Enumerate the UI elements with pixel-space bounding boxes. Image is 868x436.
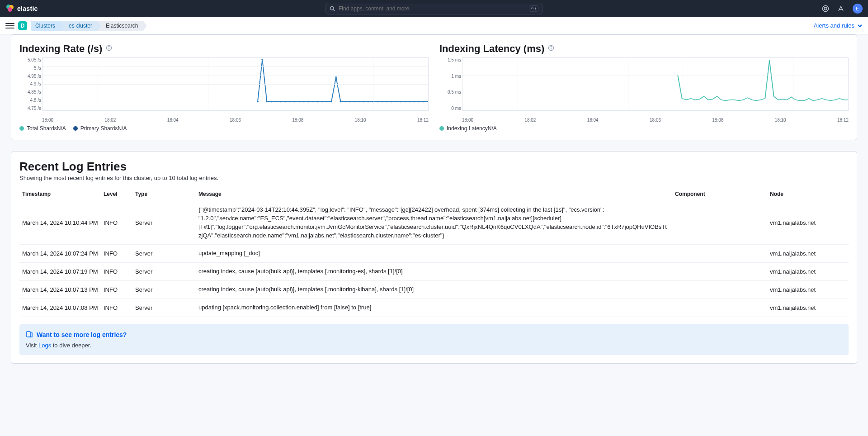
column-header[interactable]: Timestamp [19, 187, 101, 201]
svg-rect-51 [27, 332, 30, 337]
table-cell: updating [xpack.monitoring.collection.en… [196, 299, 672, 317]
info-icon[interactable] [106, 45, 112, 53]
svg-point-3 [330, 7, 334, 10]
table-cell: March 14, 2024 10:10:44 PM [19, 201, 101, 245]
table-cell [672, 201, 767, 245]
table-cell [672, 299, 767, 317]
alerts-and-rules-menu[interactable]: Alerts and rules [814, 22, 863, 29]
global-header: elastic ^ / E [0, 0, 868, 17]
table-row: March 14, 2024 10:07:19 PMINFOServercrea… [19, 263, 849, 281]
more-logs-callout: Want to see more log entries? Visit Logs… [19, 324, 849, 355]
logs-icon [26, 331, 33, 339]
space-initial: D [21, 23, 25, 29]
table-cell: vm1.naijalabs.net [767, 281, 849, 299]
search-shortcut-hint: ^ / [529, 5, 538, 12]
recent-log-entries-panel: Recent Log Entries Showing the most rece… [11, 151, 857, 364]
svg-point-2 [8, 7, 12, 12]
global-search: ^ / [326, 3, 542, 14]
chart-grid [462, 57, 849, 111]
table-cell: {"@timestamp":"2024-03-14T22:10:44.395Z"… [196, 201, 672, 245]
svg-point-9 [109, 46, 109, 47]
column-header[interactable]: Node [767, 187, 849, 201]
table-cell: Server [132, 201, 196, 245]
table-cell: March 14, 2024 10:07:08 PM [19, 299, 101, 317]
chart-y-axis: 5.05 /s5 /s4.95 /s4.9 /s4.85 /s4.8 /s4.7… [19, 57, 41, 111]
indexing-latency-chart: Indexing Latency (ms) 1.5 ms1 ms0.5 ms0 … [439, 43, 849, 132]
legend-swatch [73, 126, 78, 131]
table-row: March 14, 2024 10:07:13 PMINFOServercrea… [19, 281, 849, 299]
column-header[interactable]: Level [101, 187, 132, 201]
chart-canvas[interactable]: 5.05 /s5 /s4.95 /s4.9 /s4.85 /s4.8 /s4.7… [19, 57, 429, 116]
callout-title[interactable]: Want to see more log entries? [26, 331, 842, 339]
alerts-menu-label: Alerts and rules [814, 22, 854, 29]
legend-swatch [439, 126, 444, 131]
table-cell: vm1.naijalabs.net [767, 263, 849, 281]
elastic-logo-icon [5, 4, 14, 14]
table-cell: INFO [101, 299, 132, 317]
avatar-initial: E [856, 6, 859, 11]
table-cell: update_mapping [_doc] [196, 245, 672, 263]
chart-x-axis: 18:0018:0218:0418:0618:0818:1018:12 [42, 118, 429, 123]
breadcrumb-item-current: Elasticsearch [98, 21, 143, 31]
legend-item[interactable]: Primary ShardsN/A [73, 125, 127, 132]
table-cell [672, 281, 767, 299]
brand-text: elastic [17, 5, 38, 12]
table-cell: Server [132, 299, 196, 317]
table-cell: vm1.naijalabs.net [767, 201, 849, 245]
table-cell: creating index, cause [auto(bulk api)], … [196, 263, 672, 281]
svg-point-27 [335, 76, 337, 78]
chart-y-axis: 1.5 ms1 ms0.5 ms0 ms [439, 57, 461, 111]
app-subheader: D Clusters es-cluster Elasticsearch Aler… [0, 17, 868, 34]
legend-swatch [19, 126, 24, 131]
chart-grid [42, 57, 429, 111]
table-cell [672, 245, 767, 263]
search-input[interactable] [339, 5, 525, 12]
logs-link[interactable]: Logs [38, 342, 51, 349]
newsfeed-icon[interactable] [837, 5, 844, 12]
column-header[interactable]: Component [672, 187, 767, 201]
panel-title: Recent Log Entries [19, 160, 849, 174]
table-cell: INFO [101, 245, 132, 263]
table-header-row: TimestampLevelTypeMessageComponentNode [19, 187, 849, 201]
breadcrumb-item[interactable]: Clusters [31, 21, 61, 31]
column-header[interactable]: Type [132, 187, 196, 201]
panel-subtitle: Showing the most recent log entries for … [19, 175, 849, 181]
info-icon[interactable] [548, 45, 554, 53]
svg-point-50 [551, 46, 552, 47]
table-cell: March 14, 2024 10:07:19 PM [19, 263, 101, 281]
table-cell: March 14, 2024 10:07:24 PM [19, 245, 101, 263]
indexing-rate-chart: Indexing Rate (/s) 5.05 /s5 /s4.95 /s4.9… [19, 43, 429, 132]
chart-title: Indexing Latency (ms) [439, 43, 544, 55]
chart-canvas[interactable]: 1.5 ms1 ms0.5 ms0 ms 18:0018:0218:0418:0… [439, 57, 849, 116]
header-actions: E [822, 4, 863, 14]
nav-toggle-icon[interactable] [5, 23, 14, 28]
help-icon[interactable] [822, 5, 829, 12]
callout-body: Visit Logs to dive deeper. [26, 342, 842, 349]
breadcrumb: Clusters es-cluster Elasticsearch [31, 21, 143, 31]
table-cell: INFO [101, 201, 132, 245]
elastic-logo[interactable]: elastic [5, 4, 38, 14]
table-cell: Server [132, 281, 196, 299]
search-icon [330, 6, 335, 11]
legend-item[interactable]: Total ShardsN/A [19, 125, 66, 132]
svg-point-5 [823, 6, 829, 12]
log-table: TimestampLevelTypeMessageComponentNode M… [19, 187, 849, 317]
table-cell: March 14, 2024 10:07:13 PM [19, 281, 101, 299]
svg-point-6 [824, 7, 827, 10]
table-cell: creating index, cause [auto(bulk api)], … [196, 281, 672, 299]
chart-x-axis: 18:0018:0218:0418:0618:0818:1018:12 [462, 118, 849, 123]
table-cell: Server [132, 245, 196, 263]
column-header[interactable]: Message [196, 187, 672, 201]
search-box[interactable]: ^ / [326, 3, 542, 14]
table-cell [672, 263, 767, 281]
breadcrumb-item[interactable]: es-cluster [61, 21, 98, 31]
table-cell: vm1.naijalabs.net [767, 245, 849, 263]
user-avatar[interactable]: E [853, 4, 863, 14]
space-selector[interactable]: D [18, 21, 27, 30]
legend-item[interactable]: Indexing LatencyN/A [439, 125, 497, 132]
table-row: March 14, 2024 10:07:24 PMINFOServerupda… [19, 245, 849, 263]
charts-panel: Indexing Rate (/s) 5.05 /s5 /s4.95 /s4.9… [11, 34, 857, 140]
chart-legend: Total ShardsN/A Primary ShardsN/A [19, 125, 429, 132]
table-cell: INFO [101, 263, 132, 281]
table-cell: vm1.naijalabs.net [767, 299, 849, 317]
